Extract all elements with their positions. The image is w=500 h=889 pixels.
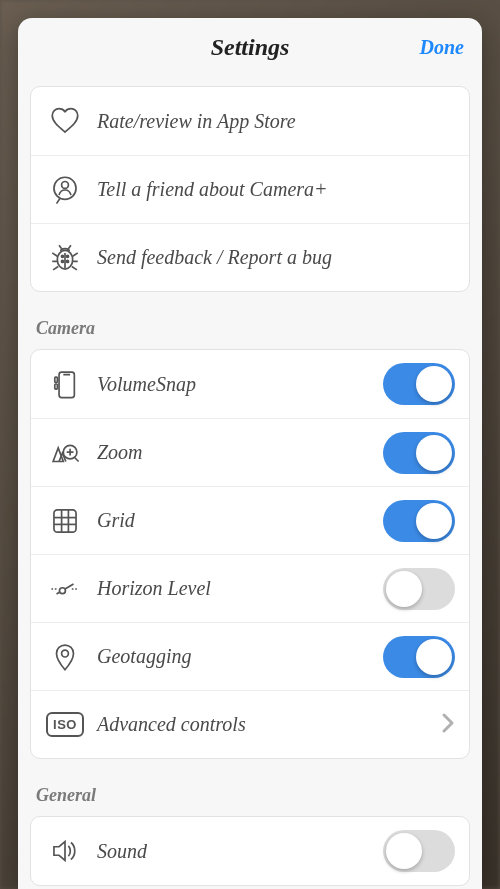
heart-icon xyxy=(45,101,85,141)
horizon-row: Horizon Level xyxy=(31,554,469,622)
grid-icon xyxy=(45,501,85,541)
location-pin-icon xyxy=(45,637,85,677)
svg-rect-16 xyxy=(54,509,76,531)
svg-line-15 xyxy=(74,457,78,461)
svg-point-6 xyxy=(61,260,63,262)
share-person-icon xyxy=(45,170,85,210)
geotag-label: Geotagging xyxy=(97,645,383,668)
settings-scroll[interactable]: Rate/review in App Store Tell a friend a… xyxy=(18,76,482,889)
sound-toggle[interactable] xyxy=(383,830,455,872)
svg-point-1 xyxy=(62,181,69,188)
page-title: Settings xyxy=(211,34,290,61)
phone-volume-icon xyxy=(45,364,85,404)
about-group: Rate/review in App Store Tell a friend a… xyxy=(30,86,470,292)
volumesnap-row: VolumeSnap xyxy=(31,350,469,418)
feedback-label: Send feedback / Report a bug xyxy=(97,246,455,269)
camera-group: VolumeSnap Zoom xyxy=(30,349,470,759)
zoom-row: Zoom xyxy=(31,418,469,486)
svg-point-7 xyxy=(67,260,69,262)
general-group: Sound xyxy=(30,816,470,886)
horizon-toggle[interactable] xyxy=(383,568,455,610)
geotag-row: Geotagging xyxy=(31,622,469,690)
horizon-level-icon xyxy=(45,569,85,609)
sound-label: Sound xyxy=(97,840,383,863)
settings-modal: Settings Done Rate/review in App Store xyxy=(18,18,482,889)
horizon-label: Horizon Level xyxy=(97,577,383,600)
modal-header: Settings Done xyxy=(18,18,482,76)
sound-row: Sound xyxy=(31,817,469,885)
chevron-right-icon xyxy=(441,712,455,738)
advanced-label: Advanced controls xyxy=(97,713,441,736)
tell-friend-row[interactable]: Tell a friend about Camera+ xyxy=(31,155,469,223)
zoom-toggle[interactable] xyxy=(383,432,455,474)
bug-icon xyxy=(45,238,85,278)
feedback-row[interactable]: Send feedback / Report a bug xyxy=(31,223,469,291)
camera-section-header: Camera xyxy=(36,318,464,339)
svg-point-5 xyxy=(67,255,69,257)
volumesnap-toggle[interactable] xyxy=(383,363,455,405)
svg-point-25 xyxy=(62,650,69,657)
zoom-icon xyxy=(45,433,85,473)
rate-row[interactable]: Rate/review in App Store xyxy=(31,87,469,155)
volumesnap-label: VolumeSnap xyxy=(97,373,383,396)
svg-point-24 xyxy=(59,587,65,593)
tell-friend-label: Tell a friend about Camera+ xyxy=(97,178,455,201)
general-section-header: General xyxy=(36,785,464,806)
svg-rect-11 xyxy=(55,384,58,389)
geotag-toggle[interactable] xyxy=(383,636,455,678)
svg-point-4 xyxy=(61,255,63,257)
iso-icon: ISO xyxy=(45,705,85,745)
grid-label: Grid xyxy=(97,509,383,532)
grid-row: Grid xyxy=(31,486,469,554)
svg-rect-8 xyxy=(59,372,74,398)
svg-rect-10 xyxy=(55,377,58,382)
grid-toggle[interactable] xyxy=(383,500,455,542)
zoom-label: Zoom xyxy=(97,441,383,464)
done-button[interactable]: Done xyxy=(420,18,464,76)
rate-label: Rate/review in App Store xyxy=(97,110,455,133)
advanced-row[interactable]: ISO Advanced controls xyxy=(31,690,469,758)
speaker-icon xyxy=(45,831,85,871)
